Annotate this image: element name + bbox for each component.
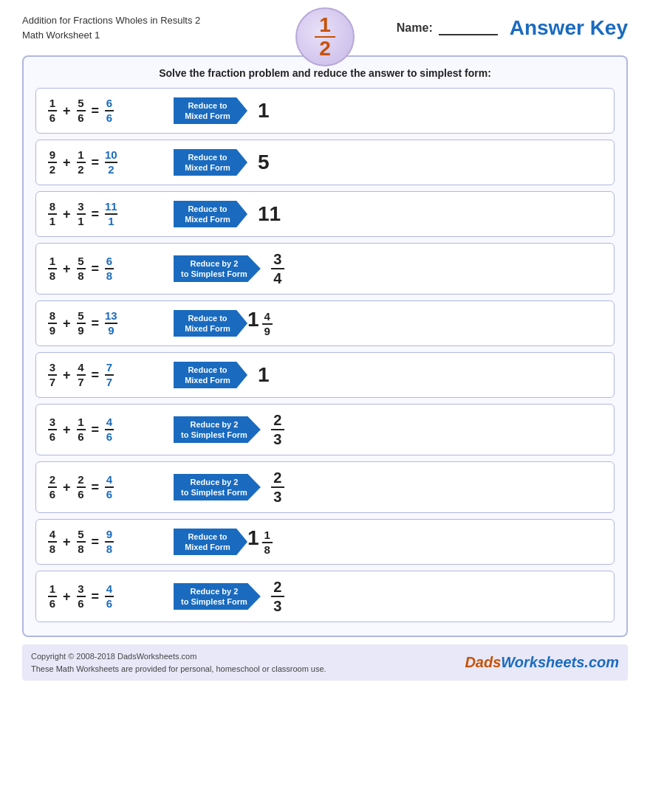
arrow-btn-1[interactable]: Reduce toMixed Form xyxy=(174,97,247,125)
result-fraction-1: 6 6 xyxy=(105,97,114,125)
arrow-shape-7: Reduce by 2to Simplest Form xyxy=(174,416,261,444)
btn-text-3: Reduce toMixed Form xyxy=(185,204,230,225)
equals-6: = xyxy=(92,368,100,383)
fraction-expr-9: 4 8 + 5 8 = 9 8 xyxy=(48,529,166,556)
answer-mixed-9: 1 1 8 xyxy=(247,528,273,557)
equals-4: = xyxy=(92,261,100,277)
title-line2: Math Worksheet 1 xyxy=(22,28,325,43)
answer-den-7: 3 xyxy=(273,431,281,447)
arrow-btn-6[interactable]: Reduce toMixed Form xyxy=(174,362,247,389)
result-den-4: 8 xyxy=(106,270,112,283)
num1-8: 2 xyxy=(49,474,55,486)
arrow-shape-3: Reduce toMixed Form xyxy=(174,201,247,228)
answer-whole-1: 1 xyxy=(258,99,270,123)
result-fraction-9: 9 8 xyxy=(105,529,114,556)
arrow-shape-10: Reduce by 2to Simplest Form xyxy=(174,583,261,610)
worksheet-title: Addition for Fractions Wholes in Results… xyxy=(22,13,325,42)
den2-9: 8 xyxy=(78,543,83,556)
answer-num-4: 3 xyxy=(273,251,281,267)
fraction-expr-1: 1 6 + 5 6 = 6 6 xyxy=(48,97,166,125)
num2-4: 5 xyxy=(78,255,83,268)
fraction1-8: 2 6 xyxy=(48,474,57,501)
num2-1: 5 xyxy=(78,97,83,110)
answer-den-4: 4 xyxy=(273,270,281,286)
arrow-btn-8[interactable]: Reduce by 2to Simplest Form xyxy=(174,474,261,501)
answer-frac-5: 4 9 xyxy=(262,311,273,338)
num1-9: 4 xyxy=(49,529,55,541)
result-fraction-2: 10 2 xyxy=(105,149,117,176)
result-fraction-8: 4 6 xyxy=(105,474,114,501)
problem-row-9: 4 8 + 5 8 = 9 8 Reduce toMixed Form xyxy=(35,519,615,565)
den1-9: 8 xyxy=(49,543,55,556)
name-section: Name: Answer Key xyxy=(397,16,628,40)
problem-row-3: 8 1 + 3 1 = 11 1 Reduce toMixed Form 11 xyxy=(35,191,615,237)
arrow-btn-9[interactable]: Reduce toMixed Form xyxy=(174,529,247,556)
btn-text-5: Reduce toMixed Form xyxy=(185,313,230,334)
fraction2-3: 3 1 xyxy=(77,201,86,228)
result-num-3: 11 xyxy=(105,201,117,213)
btn-text-8: Reduce by 2to Simplest Form xyxy=(181,477,247,498)
answer-mix-num-9: 1 xyxy=(264,529,270,542)
fraction1-1: 1 6 xyxy=(48,97,57,125)
btn-text-1: Reduce toMixed Form xyxy=(185,100,230,122)
answer-fline-8 xyxy=(271,486,284,488)
fraction2-1: 5 6 xyxy=(77,97,86,125)
answer-mix-den-9: 8 xyxy=(264,544,270,557)
btn-text-2: Reduce toMixed Form xyxy=(185,152,230,173)
result-fraction-4: 6 8 xyxy=(105,255,114,283)
result-den-1: 6 xyxy=(106,112,112,125)
fraction-expr-4: 1 8 + 5 8 = 6 8 xyxy=(48,255,166,283)
fraction1-3: 8 1 xyxy=(48,201,57,228)
den2-10: 6 xyxy=(78,598,83,610)
main-content: Solve the fraction problem and reduce th… xyxy=(22,55,628,637)
arrow-btn-4[interactable]: Reduce by 2to Simplest Form xyxy=(174,255,261,283)
fraction-expr-3: 8 1 + 3 1 = 11 1 xyxy=(48,201,166,228)
problem-row-1: 1 6 + 5 6 = 6 6 Reduce toMixed Form 1 xyxy=(35,88,615,134)
arrow-btn-10[interactable]: Reduce by 2to Simplest Form xyxy=(174,583,261,610)
arrow-shape-6: Reduce toMixed Form xyxy=(174,362,247,389)
plus-7: + xyxy=(63,422,71,438)
arrow-shape-8: Reduce by 2to Simplest Form xyxy=(174,474,261,501)
arrow-btn-7[interactable]: Reduce by 2to Simplest Form xyxy=(174,416,261,444)
fraction-logo: 1 2 xyxy=(295,7,355,66)
den2-7: 6 xyxy=(78,431,83,444)
answer-mix-num-5: 4 xyxy=(264,311,270,323)
answer-fraction-10: 2 3 xyxy=(271,579,284,614)
footer-logo-italic: Dads xyxy=(465,654,501,670)
arrow-btn-3[interactable]: Reduce toMixed Form xyxy=(174,201,247,228)
result-den-10: 6 xyxy=(106,598,112,610)
page: Addition for Fractions Wholes in Results… xyxy=(0,0,650,812)
equals-9: = xyxy=(92,534,100,550)
result-fraction-6: 7 7 xyxy=(105,362,114,389)
arrow-btn-2[interactable]: Reduce toMixed Form xyxy=(174,149,247,176)
result-num-10: 4 xyxy=(106,583,112,596)
arrow-shape-4: Reduce by 2to Simplest Form xyxy=(174,255,261,283)
den1-3: 1 xyxy=(49,216,55,228)
answer-whole-9: 1 xyxy=(247,528,259,548)
problems-container: 1 6 + 5 6 = 6 6 Reduce toMixed Form 1 xyxy=(35,88,615,622)
fraction1-7: 3 6 xyxy=(48,416,57,444)
result-num-1: 6 xyxy=(106,97,112,110)
equals-7: = xyxy=(92,422,100,438)
den1-8: 6 xyxy=(49,489,55,501)
title-line1: Addition for Fractions Wholes in Results… xyxy=(22,13,325,28)
result-fraction-3: 11 1 xyxy=(105,201,117,228)
btn-text-10: Reduce by 2to Simplest Form xyxy=(181,586,247,608)
arrow-btn-5[interactable]: Reduce toMixed Form xyxy=(174,310,247,337)
answer-whole-2: 5 xyxy=(258,151,270,174)
logo-fraction: 1 2 xyxy=(315,15,335,59)
fraction-expr-5: 8 9 + 5 9 = 13 9 xyxy=(48,310,166,337)
plus-6: + xyxy=(63,368,71,383)
result-num-7: 4 xyxy=(106,416,112,429)
answer-fraction-8: 2 3 xyxy=(271,469,284,505)
answer-num-7: 2 xyxy=(273,412,281,428)
result-fraction-5: 13 9 xyxy=(105,310,117,337)
answer-fline-10 xyxy=(271,596,284,597)
equals-5: = xyxy=(92,316,100,331)
den1-2: 2 xyxy=(49,164,55,176)
equals-3: = xyxy=(92,207,100,222)
fraction2-10: 3 6 xyxy=(77,583,86,610)
answer-fraction-7: 2 3 xyxy=(271,412,284,447)
result-den-2: 2 xyxy=(108,164,114,176)
fraction2-5: 5 9 xyxy=(77,310,86,337)
